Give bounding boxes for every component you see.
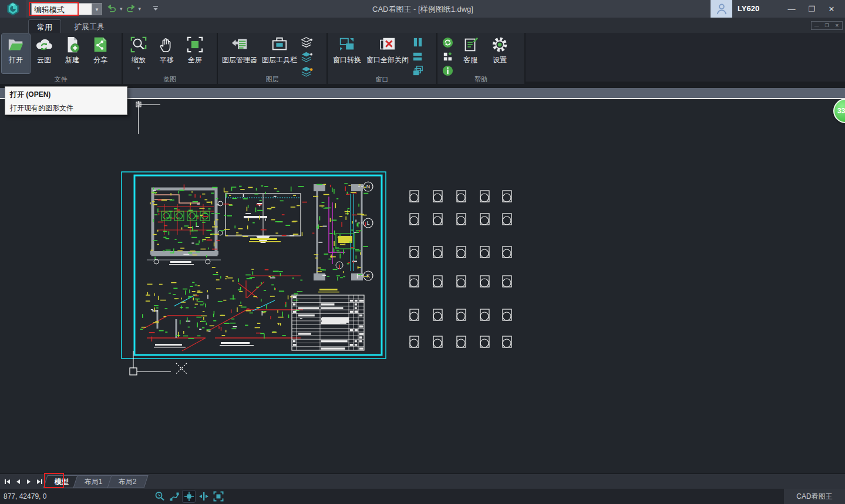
- pan-button[interactable]: 平移: [153, 34, 181, 73]
- doc-minimize-button[interactable]: —: [812, 22, 822, 29]
- status-lineweight-icon[interactable]: [168, 491, 180, 502]
- svg-text:L: L: [366, 220, 369, 226]
- window-switch-button[interactable]: 窗口转换: [329, 34, 365, 73]
- mode-combobox-value: 编辑模式: [32, 4, 92, 15]
- svg-text:N: N: [366, 184, 371, 190]
- cloud-sync-icon: [35, 36, 53, 53]
- tab-common[interactable]: 常用: [28, 19, 61, 33]
- customer-service-button[interactable]: 客服: [455, 34, 486, 73]
- minimize-button[interactable]: —: [782, 0, 802, 18]
- tile-vertical-icon[interactable]: [412, 36, 424, 49]
- pan-hand-icon: [158, 36, 176, 53]
- status-fullextent-icon[interactable]: [212, 491, 224, 502]
- first-sheet-icon[interactable]: [4, 477, 12, 486]
- redo-chevron-icon[interactable]: ▾: [137, 6, 143, 12]
- group-window: 窗口转换 窗口全部关闭 窗口: [328, 33, 437, 84]
- user-avatar[interactable]: [711, 0, 732, 18]
- status-snap-icon[interactable]: [183, 491, 195, 502]
- crosshair-cursor: [136, 101, 160, 134]
- zoom-button[interactable]: 缩放 ▾: [124, 34, 153, 73]
- restore-button[interactable]: ❐: [802, 0, 822, 18]
- check-update-icon[interactable]: [442, 36, 454, 49]
- redo-icon[interactable]: [126, 4, 136, 14]
- plan-view: [147, 184, 224, 265]
- tab-extended-tools[interactable]: 扩展工具: [66, 19, 113, 33]
- group-file-label: 文件: [0, 75, 122, 84]
- materials-table: [292, 289, 364, 350]
- group-view-label: 览图: [123, 75, 217, 84]
- undo-icon[interactable]: [107, 4, 117, 14]
- tooltip-description: 打开现有的图形文件: [10, 103, 122, 113]
- group-help-label: 帮助: [437, 75, 524, 84]
- mode-combobox[interactable]: 编辑模式 ▾: [31, 3, 102, 15]
- app-grid-icon[interactable]: [442, 50, 454, 63]
- layer-isolate-icon[interactable]: [301, 50, 313, 63]
- layer-toolbar-button[interactable]: 图层工具栏: [260, 34, 299, 73]
- doc-close-button[interactable]: ✕: [832, 22, 842, 29]
- group-help-label-row: 窗口: [328, 75, 436, 84]
- tooltip-open: 打开 (OPEN) 打开现有的图形文件: [5, 86, 127, 115]
- tile-horizontal-icon[interactable]: [412, 50, 424, 63]
- document-window-controls: — ❐ ✕: [811, 21, 843, 30]
- cloud-button[interactable]: 云图: [30, 34, 58, 73]
- fixture-grid: [410, 191, 511, 347]
- share-icon: [92, 36, 109, 53]
- cursor-coordinates: 877, 42479, 0: [4, 492, 46, 500]
- window-switch-icon: [338, 36, 356, 53]
- undo-chevron-icon[interactable]: ▾: [119, 6, 124, 12]
- new-button[interactable]: 新建: [58, 34, 86, 73]
- axonometric-view-2: [207, 267, 303, 346]
- settings-button[interactable]: 设置: [486, 34, 514, 73]
- group-help: 客服 设置 帮助: [437, 33, 526, 84]
- status-ortho-icon[interactable]: [197, 491, 210, 502]
- window-title: CAD看图王 - [样例图纸1.dwg]: [247, 4, 599, 15]
- layer-manager-icon: [231, 36, 248, 53]
- username-label[interactable]: LY620: [738, 4, 759, 13]
- statusbar-app-name: CAD看图王: [784, 489, 845, 504]
- close-all-windows-button[interactable]: 窗口全部关闭: [365, 34, 410, 73]
- ribbon-tab-row: 常用 扩展工具 — ❐ ✕: [0, 18, 845, 33]
- x-marker: [176, 363, 187, 374]
- open-folder-icon: [7, 36, 25, 53]
- cad-drawing: NLK: [0, 100, 845, 473]
- ribbon: 打开 云图 新建: [0, 33, 845, 84]
- fullscreen-button[interactable]: 全屏: [181, 34, 209, 73]
- share-button[interactable]: 分享: [86, 34, 115, 73]
- drawing-canvas[interactable]: NLK: [0, 100, 845, 473]
- layer-toolbar-icon: [271, 36, 288, 53]
- axonometric-view-1: [140, 282, 211, 351]
- section-view: [223, 185, 307, 243]
- tooltip-title: 打开 (OPEN): [10, 90, 122, 100]
- quick-access-toolbar: ▾ ▾: [107, 2, 160, 16]
- fullscreen-icon: [186, 36, 204, 53]
- sheet-tab-layout2[interactable]: 布局2: [107, 475, 148, 488]
- group-layer: 图层管理器 图层工具栏 图层: [218, 33, 328, 84]
- chevron-down-icon[interactable]: ▾: [92, 4, 102, 15]
- new-file-icon: [63, 36, 81, 53]
- close-button[interactable]: ✕: [822, 0, 841, 18]
- status-zoom-icon[interactable]: [153, 491, 166, 502]
- app-logo-icon[interactable]: [0, 0, 26, 18]
- detail-view: NLK: [312, 182, 373, 280]
- settings-gear-icon: [491, 36, 509, 53]
- close-all-windows-icon: [379, 36, 396, 53]
- zoom-dropdown-icon[interactable]: ▾: [137, 66, 140, 71]
- customize-toolbar-icon[interactable]: [152, 5, 160, 12]
- prev-sheet-icon[interactable]: [14, 477, 22, 486]
- layer-states-icon[interactable]: [301, 36, 313, 49]
- svg-text:K: K: [366, 273, 370, 279]
- next-sheet-icon[interactable]: [25, 477, 33, 486]
- doc-restore-button[interactable]: ❐: [822, 22, 831, 29]
- zoom-icon: [130, 36, 147, 53]
- group-layer-label: 图层: [218, 75, 326, 84]
- group-view: 缩放 ▾ 平移 全屏 览图: [123, 33, 218, 84]
- status-bar: 877, 42479, 0 CAD看图王: [0, 489, 845, 504]
- title-bar: 编辑模式 ▾ ▾ ▾ CAD看图王 - [样例图纸1.dwg] LY620 — …: [0, 0, 845, 18]
- open-button[interactable]: 打开: [2, 34, 30, 73]
- last-sheet-icon[interactable]: [35, 477, 43, 486]
- sheet-tab-strip: 模型 布局1 布局2: [0, 473, 845, 489]
- group-file: 打开 云图 新建: [0, 33, 123, 84]
- layer-manager-button[interactable]: 图层管理器: [220, 34, 260, 73]
- customer-service-icon: [462, 36, 479, 53]
